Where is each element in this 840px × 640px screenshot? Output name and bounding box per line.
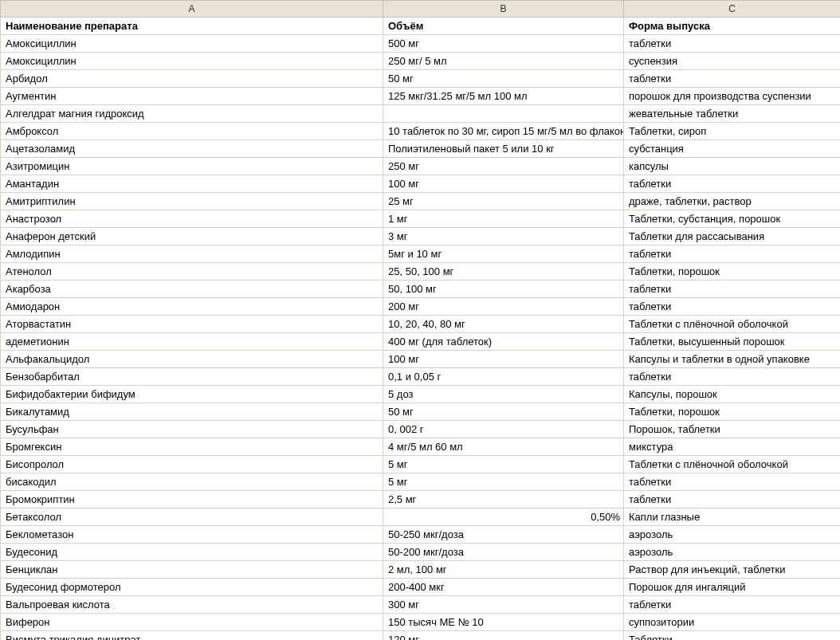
form-cell[interactable]: Порошок, таблетки <box>624 421 841 438</box>
name-cell[interactable]: Амоксициллин <box>1 53 383 70</box>
name-cell[interactable]: Бифидобактерии бифидум <box>1 386 383 403</box>
name-cell[interactable]: Бикалутамид <box>1 403 383 421</box>
form-cell[interactable]: Таблетки, порошок <box>624 403 841 421</box>
volume-cell[interactable]: 100 мг <box>383 351 624 368</box>
volume-cell[interactable]: 125 мкг/31.25 мг/5 мл 100 мл <box>383 88 624 105</box>
form-cell[interactable]: Таблетки, высушенный порошок <box>624 333 841 351</box>
name-cell[interactable]: Акарбоза <box>1 281 383 298</box>
name-cell[interactable]: Амантадин <box>1 175 383 193</box>
form-cell[interactable]: Капли глазные <box>624 508 841 526</box>
column-header-C[interactable]: C <box>624 1 841 18</box>
form-cell[interactable]: таблетки <box>624 35 841 53</box>
form-cell[interactable]: Таблетки, сироп <box>624 123 841 140</box>
name-cell[interactable]: Бромокриптин <box>1 491 383 508</box>
volume-cell[interactable]: Полиэтиленовый пакет 5 или 10 кг <box>383 140 624 158</box>
volume-cell[interactable]: 5 мг <box>383 456 624 473</box>
name-cell[interactable]: Амлодипин <box>1 245 383 263</box>
form-cell[interactable]: жевательные таблетки <box>624 105 841 123</box>
form-cell[interactable]: Таблетки с плёночной оболочкой <box>624 316 841 333</box>
volume-cell[interactable]: 25 мг <box>383 193 624 210</box>
name-cell[interactable]: Беклометазон <box>1 526 383 544</box>
volume-cell[interactable]: 300 мг <box>383 596 624 614</box>
form-cell[interactable]: микстура <box>624 438 841 456</box>
column-header-B[interactable]: B <box>383 1 624 18</box>
volume-cell[interactable]: 5мг и 10 мг <box>383 245 624 263</box>
name-cell[interactable]: Бензобарбитал <box>1 368 383 386</box>
column-header-A[interactable]: A <box>1 1 383 18</box>
volume-cell[interactable]: 0,50% <box>383 508 624 526</box>
form-cell[interactable]: Таблетки, субстанция, порошок <box>624 210 841 228</box>
volume-cell[interactable]: 2 мл, 100 мг <box>383 561 624 579</box>
name-cell[interactable]: Анастрозол <box>1 210 383 228</box>
volume-cell[interactable]: 50-250 мкг/доза <box>383 526 624 544</box>
form-cell[interactable]: аэрозоль <box>624 526 841 544</box>
name-cell[interactable]: Бетаксолол <box>1 508 383 526</box>
form-cell[interactable]: таблетки <box>624 596 841 614</box>
volume-cell[interactable]: 50, 100 мг <box>383 281 624 298</box>
form-cell[interactable]: суппозитории <box>624 614 841 631</box>
name-cell[interactable]: Виферон <box>1 614 383 631</box>
name-cell[interactable]: Азитромицин <box>1 158 383 175</box>
header-volume-cell[interactable]: Объём <box>383 18 624 35</box>
form-cell[interactable]: Порошок для ингаляций <box>624 579 841 596</box>
name-cell[interactable]: Аугментин <box>1 88 383 105</box>
volume-cell[interactable]: 1 мг <box>383 210 624 228</box>
volume-cell[interactable]: 400 мг (для таблеток) <box>383 333 624 351</box>
form-cell[interactable]: таблетки <box>624 473 841 491</box>
form-cell[interactable]: капсулы <box>624 158 841 175</box>
volume-cell[interactable]: 10 таблеток по 30 мг, сироп 15 мг/5 мл в… <box>383 123 624 140</box>
volume-cell[interactable]: 5 доз <box>383 386 624 403</box>
name-cell[interactable]: Аторвастатин <box>1 316 383 333</box>
name-cell[interactable]: Будесонид <box>1 544 383 561</box>
name-cell[interactable]: Атенолол <box>1 263 383 281</box>
name-cell[interactable]: Бисопролол <box>1 456 383 473</box>
volume-cell[interactable]: 10, 20, 40, 80 мг <box>383 316 624 333</box>
volume-cell[interactable]: 50 мг <box>383 70 624 88</box>
volume-cell[interactable]: 120 мг <box>383 631 624 641</box>
name-cell[interactable]: Амоксициллин <box>1 35 383 53</box>
form-cell[interactable]: Капсулы и таблетки в одной упаковке <box>624 351 841 368</box>
volume-cell[interactable]: 250 мг/ 5 мл <box>383 53 624 70</box>
volume-cell[interactable]: 200-400 мкг <box>383 579 624 596</box>
volume-cell[interactable]: 50 мг <box>383 403 624 421</box>
form-cell[interactable]: субстанция <box>624 140 841 158</box>
name-cell[interactable]: Ацетазоламид <box>1 140 383 158</box>
header-form-cell[interactable]: Форма выпуска <box>624 18 841 35</box>
form-cell[interactable]: таблетки <box>624 175 841 193</box>
form-cell[interactable]: таблетки <box>624 245 841 263</box>
name-cell[interactable]: Амитриптилин <box>1 193 383 210</box>
name-cell[interactable]: Бусульфан <box>1 421 383 438</box>
name-cell[interactable]: адеметионин <box>1 333 383 351</box>
header-name-cell[interactable]: Наименование препарата <box>1 18 383 35</box>
volume-cell[interactable]: 0, 002 г <box>383 421 624 438</box>
volume-cell[interactable]: 250 мг <box>383 158 624 175</box>
form-cell[interactable]: таблетки <box>624 368 841 386</box>
form-cell[interactable]: суспензия <box>624 53 841 70</box>
volume-cell[interactable]: 200 мг <box>383 298 624 316</box>
volume-cell[interactable]: 2,5 мг <box>383 491 624 508</box>
form-cell[interactable]: аэрозоль <box>624 544 841 561</box>
name-cell[interactable]: Висмута трикалия дицитрат <box>1 631 383 641</box>
name-cell[interactable]: Бенциклан <box>1 561 383 579</box>
form-cell[interactable]: таблетки <box>624 281 841 298</box>
volume-cell[interactable] <box>383 105 624 123</box>
volume-cell[interactable]: 5 мг <box>383 473 624 491</box>
form-cell[interactable]: Таблетки <box>624 631 841 641</box>
volume-cell[interactable]: 3 мг <box>383 228 624 245</box>
volume-cell[interactable]: 25, 50, 100 мг <box>383 263 624 281</box>
form-cell[interactable]: Капсулы, порошок <box>624 386 841 403</box>
name-cell[interactable]: Бромгексин <box>1 438 383 456</box>
form-cell[interactable]: таблетки <box>624 298 841 316</box>
name-cell[interactable]: Будесонид формотерол <box>1 579 383 596</box>
form-cell[interactable]: таблетки <box>624 70 841 88</box>
volume-cell[interactable]: 4 мг/5 мл 60 мл <box>383 438 624 456</box>
name-cell[interactable]: Альфакальцидол <box>1 351 383 368</box>
form-cell[interactable]: драже, таблетки, раствор <box>624 193 841 210</box>
name-cell[interactable]: бисакодил <box>1 473 383 491</box>
name-cell[interactable]: Арбидол <box>1 70 383 88</box>
name-cell[interactable]: Анаферон детский <box>1 228 383 245</box>
volume-cell[interactable]: 100 мг <box>383 175 624 193</box>
name-cell[interactable]: Амиодарон <box>1 298 383 316</box>
name-cell[interactable]: Алгелдрат магния гидроксид <box>1 105 383 123</box>
volume-cell[interactable]: 500 мг <box>383 35 624 53</box>
